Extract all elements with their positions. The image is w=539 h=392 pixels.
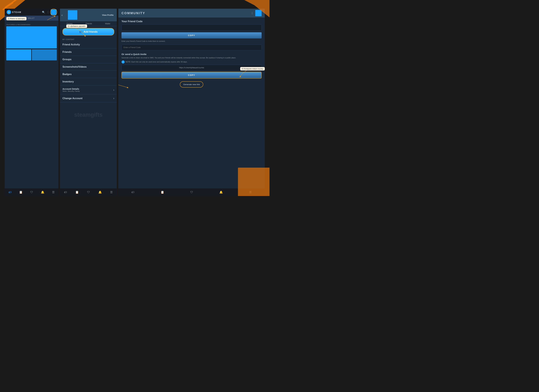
annotation-3-connector: [118, 85, 129, 91]
profile-footer: 🏷 📋 🛡 🔔 ☰: [60, 189, 117, 196]
view-profile-button[interactable]: View Profile: [102, 14, 114, 16]
menu-item-friends[interactable]: Friends: [60, 48, 117, 56]
steam-wheel-icon: [7, 10, 11, 14]
community-footer: 🏷 📋 🛡 🔔 ☰: [118, 189, 265, 196]
friend-code-display: [121, 24, 262, 31]
featured-label: FEATURED & RECOMMENDED: [6, 24, 57, 25]
comm-menu-icon[interactable]: ☰: [249, 190, 252, 194]
community-header-right: ⋮: [251, 10, 262, 16]
comm-bell-icon[interactable]: 🔔: [219, 190, 223, 194]
friend-code-section-title: Your Friend Code: [121, 20, 262, 23]
copy-invite-link-button[interactable]: COPY: [121, 72, 262, 79]
bell-tab-icon[interactable]: 🔔: [41, 190, 44, 194]
annotation-2-container: 2) «Добавить друзей»: [66, 24, 87, 28]
copy-bottom-section: COPY 4) Копируем новую ссылку: [121, 72, 262, 80]
steam-logo: STEAM: [7, 10, 21, 14]
more-icon[interactable]: ⋮: [47, 11, 49, 14]
quick-invite-desc: Generate a link to share via email or SM…: [121, 57, 262, 59]
quick-invite-title: Or send a Quick Invite: [121, 53, 262, 56]
panel-community: COMMUNITY ⋮ Your Friend Code COPY Enter …: [118, 9, 265, 196]
add-friends-icon: 👥: [79, 30, 82, 33]
featured-thumb-1: [6, 49, 31, 60]
friend-code-input[interactable]: [121, 45, 262, 50]
annotation-2: 2) «Добавить друзей»: [66, 24, 87, 28]
menu-item-badges[interactable]: Badges: [60, 71, 117, 78]
comm-store-icon[interactable]: 🏷: [131, 191, 134, 194]
featured-main-image: [6, 26, 57, 48]
news-footer-icon[interactable]: 📋: [75, 190, 79, 194]
back-button[interactable]: ‹: [62, 13, 63, 17]
hamburger-tab-icon[interactable]: ☰: [52, 190, 55, 194]
featured-section: FEATURED & RECOMMENDED: [6, 24, 57, 60]
copy-friend-code-button[interactable]: COPY: [121, 32, 262, 38]
community-header: COMMUNITY ⋮: [118, 9, 265, 18]
store-tab-icon[interactable]: 🏷: [9, 191, 11, 194]
my-content-label: MY CONTENT: [60, 37, 117, 41]
search-icon[interactable]: 🔍: [42, 11, 45, 14]
note-text: ✓ NOTE: Each link can only be used once …: [121, 61, 262, 64]
annotation-4-container: 4) Копируем новую ссылку: [240, 67, 265, 71]
annotation-4: 4) Копируем новую ссылку: [240, 67, 265, 71]
steam-text: STEAM: [12, 11, 21, 13]
add-friends-button[interactable]: 👥 Add friends: [63, 28, 114, 35]
friend-code-helper: Enter your friend's Friend Code to invit…: [121, 40, 262, 43]
store-footer: 🏷 📋 🛡 🔔 ☰: [5, 189, 58, 196]
community-title: COMMUNITY: [121, 11, 145, 15]
featured-thumb-2: [32, 49, 57, 60]
bell-footer-icon[interactable]: 🔔: [98, 190, 102, 194]
store-footer-icon[interactable]: 🏷: [64, 191, 67, 194]
store-avatar[interactable]: [51, 9, 57, 15]
shield-tab-icon[interactable]: 🛡: [30, 191, 33, 194]
menu-item-inventory[interactable]: Inventory: [60, 78, 117, 85]
check-circle-icon: ✓: [121, 60, 125, 64]
annotation-1: 1) Жмем на аватарку: [6, 17, 27, 20]
comm-news-icon[interactable]: 📋: [161, 190, 164, 194]
generate-link-section: Generate new link 3) Создаем новую ссылк…: [121, 81, 262, 88]
shield-footer-icon[interactable]: 🛡: [87, 191, 90, 194]
panel-profile: ‹ View Profile Games Friends Wallet 2) «…: [60, 9, 117, 196]
comm-shield-icon[interactable]: 🛡: [190, 191, 193, 194]
profile-header: ‹ View Profile: [60, 9, 117, 21]
menu-item-screenshots-videos[interactable]: Screenshots/Videos: [60, 63, 117, 71]
store-header-icons: 🔍 ⋮: [42, 9, 57, 15]
panel-store: STEAM 🔍 ⋮ MENU ▾ WISHLIST WALLET 1) Жмем…: [5, 9, 58, 196]
featured-thumbnails: [6, 49, 57, 60]
steamgifts-watermark: steamgifts: [74, 112, 103, 118]
store-body: FEATURED & RECOMMENDED: [5, 21, 58, 62]
community-avatar: [255, 10, 262, 16]
generate-new-link-button[interactable]: Generate new link: [180, 81, 203, 88]
community-more-icon[interactable]: ⋮: [251, 12, 253, 15]
profile-menu: steamgifts Friend Activity Friends Group…: [60, 41, 117, 189]
add-friends-label: Add friends: [84, 30, 98, 33]
news-tab-icon[interactable]: 📋: [19, 190, 23, 194]
store-header: STEAM 🔍 ⋮: [5, 9, 58, 16]
community-body: Your Friend Code COPY Enter your friend'…: [118, 18, 265, 189]
profile-avatar: [68, 10, 77, 20]
tab-wallet[interactable]: Wallet: [105, 23, 110, 25]
menu-item-account-details[interactable]: Account Details Store, Security, Family: [60, 85, 117, 94]
menu-item-groups[interactable]: Groups: [60, 56, 117, 63]
nav-wallet[interactable]: WALLET: [26, 16, 36, 21]
menu-item-change-account[interactable]: Change Account: [60, 94, 117, 102]
menu-footer-icon[interactable]: ☰: [110, 190, 113, 194]
menu-item-friend-activity[interactable]: Friend Activity: [60, 41, 117, 48]
